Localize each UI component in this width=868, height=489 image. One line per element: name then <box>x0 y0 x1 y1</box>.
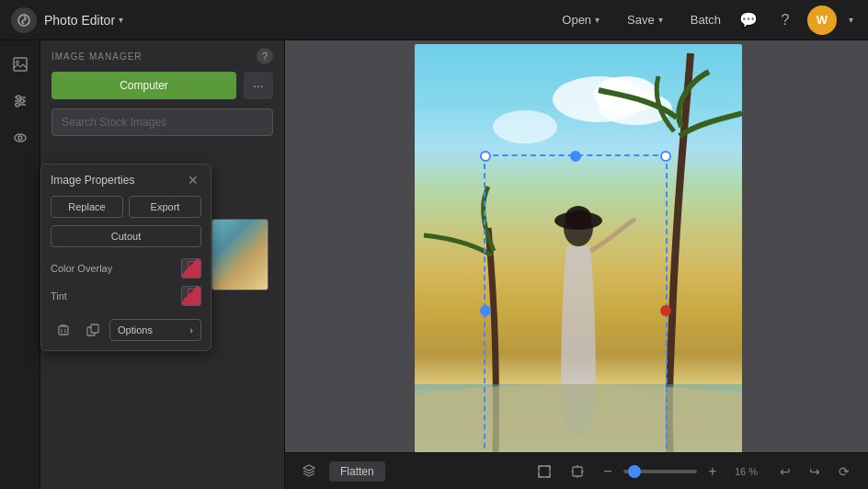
open-button[interactable]: Open ▾ <box>549 7 612 32</box>
props-close-button[interactable]: ✕ <box>185 172 201 188</box>
save-button[interactable]: Save ▾ <box>614 7 676 32</box>
computer-button[interactable]: Computer <box>51 72 236 99</box>
left-sidebar <box>0 40 40 489</box>
export-button[interactable]: Export <box>129 196 201 218</box>
save-chevron-icon: ▾ <box>658 15 663 25</box>
svg-point-22 <box>493 110 557 143</box>
canvas-image-wrap <box>289 51 868 450</box>
app-logo <box>11 7 37 33</box>
svg-rect-18 <box>91 324 98 333</box>
fit-to-screen-icon-button[interactable] <box>531 459 557 484</box>
svg-point-7 <box>20 99 24 103</box>
tint-swatch[interactable] <box>181 286 201 306</box>
options-button[interactable]: Options › <box>109 319 201 341</box>
color-overlay-label: Color Overlay <box>51 263 112 274</box>
panel: IMAGE MANAGER ? Computer ··· Image Prope… <box>40 40 285 489</box>
search-stock-images-input[interactable] <box>51 108 273 136</box>
props-footer: Options › <box>41 310 211 343</box>
flatten-button[interactable]: Flatten <box>329 461 385 482</box>
image-thumbnail <box>211 219 268 290</box>
handle-top-left[interactable] <box>480 151 491 162</box>
bottom-right-actions: ↩ ↪ ⟳ <box>772 459 857 484</box>
zoom-percentage: 16 % <box>728 466 758 477</box>
panel-title: IMAGE MANAGER <box>51 51 143 62</box>
batch-button[interactable]: Batch <box>678 7 734 32</box>
panel-buttons: Computer ··· <box>40 72 284 108</box>
avatar-chevron-icon[interactable]: ▾ <box>844 6 857 35</box>
svg-point-2 <box>16 61 18 63</box>
title-chevron-icon: ▾ <box>119 15 123 25</box>
zoom-in-button[interactable]: + <box>702 461 723 482</box>
top-right-actions: 💬 ? W ▾ <box>734 6 857 35</box>
svg-rect-11 <box>59 326 68 335</box>
tint-row: Tint <box>41 282 211 310</box>
selection-overlay <box>484 154 668 467</box>
svg-point-10 <box>18 136 22 140</box>
handle-mid-left[interactable] <box>480 305 491 316</box>
svg-rect-1 <box>14 58 27 71</box>
options-chevron-icon: › <box>189 324 193 335</box>
handle-top-mid[interactable] <box>570 151 581 162</box>
help-icon-button[interactable]: ? <box>771 6 800 35</box>
more-button[interactable]: ··· <box>244 72 273 99</box>
app-title[interactable]: Photo Editor ▾ <box>44 13 123 28</box>
user-avatar-button[interactable]: W <box>807 6 837 35</box>
image-properties-panel: Image Properties ✕ Replace Export Cutout… <box>40 164 211 351</box>
zoom-slider[interactable] <box>623 470 697 473</box>
handle-top-right[interactable] <box>660 151 671 162</box>
topbar: Photo Editor ▾ Open ▾ Save ▾ Batch 💬 ? W… <box>0 0 868 40</box>
panel-header: IMAGE MANAGER ? <box>40 40 284 72</box>
props-header: Image Properties ✕ <box>41 165 211 196</box>
color-overlay-swatch[interactable] <box>181 258 201 279</box>
image-manager-icon-button[interactable] <box>4 48 37 81</box>
cutout-button[interactable]: Cutout <box>51 225 201 247</box>
eye-icon-button[interactable] <box>4 121 37 154</box>
color-overlay-row: Color Overlay <box>41 255 211 282</box>
props-title: Image Properties <box>51 174 134 187</box>
svg-rect-27 <box>539 466 550 477</box>
props-action-buttons: Replace Export <box>41 196 211 225</box>
zoom-out-button[interactable]: − <box>598 461 618 482</box>
thumbnail-image <box>212 220 268 290</box>
delete-button[interactable] <box>51 317 76 343</box>
undo-button[interactable]: ↩ <box>772 459 798 484</box>
resize-icon-button[interactable] <box>565 459 590 484</box>
canvas-image[interactable] <box>415 44 742 458</box>
replace-button[interactable]: Replace <box>51 196 123 218</box>
zoom-controls: − + 16 % <box>598 461 758 482</box>
svg-point-8 <box>16 103 19 107</box>
search-wrap <box>40 108 284 145</box>
bottom-bar: Flatten − + <box>285 452 868 489</box>
adjustments-icon-button[interactable] <box>4 85 37 118</box>
panel-help-icon[interactable]: ? <box>257 48 273 64</box>
main-layout: IMAGE MANAGER ? Computer ··· Image Prope… <box>0 40 868 489</box>
redo-button[interactable]: ↪ <box>802 459 828 484</box>
tint-label: Tint <box>51 290 67 301</box>
duplicate-button[interactable] <box>80 317 106 343</box>
chat-icon-button[interactable]: 💬 <box>734 6 763 35</box>
history-button[interactable]: ⟳ <box>831 459 857 484</box>
layers-icon-button[interactable] <box>296 459 322 484</box>
open-chevron-icon: ▾ <box>595 15 600 25</box>
canvas-area[interactable]: Flatten − + <box>285 40 868 489</box>
svg-point-9 <box>15 134 26 142</box>
top-center-nav: Open ▾ Save ▾ Batch <box>549 7 734 32</box>
handle-mid-right[interactable] <box>660 305 671 316</box>
svg-rect-28 <box>573 467 582 476</box>
svg-point-6 <box>17 96 20 99</box>
